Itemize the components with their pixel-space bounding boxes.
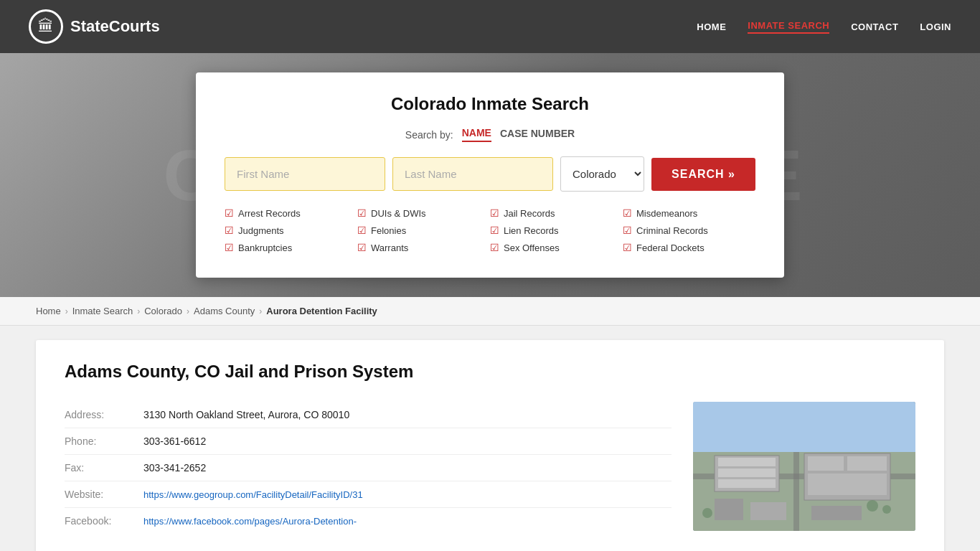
check-icon: ☑ (490, 225, 499, 236)
checklist-item: ☑ Arrest Records (225, 207, 357, 219)
check-icon: ☑ (357, 225, 367, 236)
main-nav: HOME INMATE SEARCH CONTACT LOGIN (697, 20, 951, 34)
website-link[interactable]: https://www.geogroup.com/FacilityDetail/… (143, 489, 363, 500)
hero-section: COURTHOUSE Colorado Inmate Search Search… (0, 53, 980, 297)
svg-rect-5 (718, 458, 776, 466)
checklist-item: ☑ Lien Records (490, 225, 623, 236)
svg-rect-3 (793, 452, 799, 531)
breadcrumb-inmate-search[interactable]: Inmate Search (72, 306, 133, 316)
fax-row: Fax: 303-341-2652 (65, 455, 672, 481)
breadcrumb-sep: › (259, 306, 262, 316)
checklist-label: Felonies (371, 225, 406, 236)
info-table: Address: 3130 North Oakland Street, Auro… (65, 402, 672, 534)
checklist-item: ☑ Federal Dockets (623, 242, 755, 253)
svg-rect-14 (811, 506, 862, 520)
phone-row: Phone: 303-361-6612 (65, 428, 672, 455)
tab-case-number[interactable]: CASE NUMBER (500, 128, 575, 141)
svg-rect-11 (808, 474, 887, 495)
checklist-label: Lien Records (504, 225, 559, 236)
svg-rect-0 (693, 402, 915, 452)
checklist-label: Judgments (238, 225, 284, 236)
checklist-item: ☑ Jail Records (490, 207, 623, 219)
checklist-label: Misdemeanors (636, 208, 697, 219)
first-name-input[interactable] (225, 157, 385, 191)
checklist-item: ☑ Judgments (225, 225, 357, 236)
check-icon: ☑ (357, 207, 367, 219)
state-select[interactable]: Colorado (560, 156, 644, 192)
checklist-item: ☑ Criminal Records (623, 225, 755, 236)
nav-login[interactable]: LOGIN (920, 22, 951, 32)
check-icon: ☑ (623, 242, 632, 253)
breadcrumb-sep: › (65, 306, 68, 316)
checklist-label: Jail Records (504, 208, 555, 219)
checklist-grid: ☑ Arrest Records ☑ DUIs & DWIs ☑ Jail Re… (225, 207, 755, 256)
check-icon: ☑ (225, 207, 234, 219)
website-row: Website: https://www.geogroup.com/Facili… (65, 481, 672, 508)
nav-inmate-search[interactable]: INMATE SEARCH (748, 20, 829, 34)
check-icon: ☑ (225, 242, 234, 253)
breadcrumb-sep: › (137, 306, 140, 316)
breadcrumb-colorado[interactable]: Colorado (144, 306, 182, 316)
search-by-row: Search by: NAME CASE NUMBER (225, 127, 755, 142)
check-icon: ☑ (225, 225, 234, 236)
tab-name[interactable]: NAME (462, 127, 491, 142)
checklist-label: DUIs & DWIs (371, 208, 426, 219)
checklist-label: Warrants (371, 242, 408, 253)
search-button[interactable]: SEARCH » (651, 158, 755, 191)
checklist-label: Federal Dockets (636, 242, 705, 253)
svg-point-16 (882, 505, 891, 514)
svg-rect-7 (718, 479, 776, 488)
search-by-label: Search by: (405, 129, 453, 141)
last-name-input[interactable] (392, 157, 553, 191)
svg-point-17 (702, 508, 712, 518)
content-card: Adams County, CO Jail and Prison System … (36, 340, 944, 551)
checklist-label: Bankruptcies (238, 242, 292, 253)
nav-home[interactable]: HOME (697, 22, 726, 32)
main-content: Adams County, CO Jail and Prison System … (0, 326, 980, 551)
facility-image (693, 402, 915, 531)
check-icon: ☑ (490, 242, 499, 253)
phone-label: Phone: (65, 435, 129, 447)
svg-rect-13 (750, 502, 786, 520)
checklist-label: Criminal Records (636, 225, 708, 236)
breadcrumb: Home › Inmate Search › Colorado › Adams … (0, 297, 980, 326)
check-icon: ☑ (623, 207, 632, 219)
address-value: 3130 North Oakland Street, Aurora, CO 80… (143, 409, 349, 420)
checklist-label: Sex Offenses (504, 242, 560, 253)
checklist-item: ☑ Sex Offenses (490, 242, 623, 253)
svg-rect-12 (715, 499, 743, 520)
svg-rect-6 (718, 468, 776, 477)
breadcrumb-home[interactable]: Home (36, 306, 61, 316)
fax-value: 303-341-2652 (143, 462, 206, 474)
checklist-item: ☑ Warrants (357, 242, 490, 253)
facebook-link[interactable]: https://www.facebook.com/pages/Aurora-De… (143, 516, 357, 527)
svg-rect-9 (808, 456, 844, 471)
logo-icon: 🏛 (29, 9, 63, 44)
svg-point-15 (867, 500, 878, 512)
breadcrumb-sep: › (187, 306, 189, 316)
breadcrumb-current: Aurora Detention Facility (266, 306, 377, 316)
fax-label: Fax: (65, 462, 129, 474)
search-inputs: Colorado SEARCH » (225, 156, 755, 192)
checklist-item: ☑ Bankruptcies (225, 242, 357, 253)
logo[interactable]: 🏛 StateCourts (29, 9, 160, 44)
info-layout: Address: 3130 North Oakland Street, Auro… (65, 402, 915, 534)
checklist-item: ☑ Felonies (357, 225, 490, 236)
breadcrumb-adams-county[interactable]: Adams County (194, 306, 255, 316)
facebook-label: Facebook: (65, 515, 129, 527)
header: 🏛 StateCourts HOME INMATE SEARCH CONTACT… (0, 0, 980, 53)
search-title: Colorado Inmate Search (225, 94, 755, 114)
logo-text: StateCourts (70, 17, 160, 36)
check-icon: ☑ (490, 207, 499, 219)
nav-contact[interactable]: CONTACT (851, 22, 898, 32)
checklist-item: ☑ Misdemeanors (623, 207, 755, 219)
svg-rect-10 (847, 456, 887, 471)
checklist-item: ☑ DUIs & DWIs (357, 207, 490, 219)
search-card: Colorado Inmate Search Search by: NAME C… (196, 72, 784, 278)
facility-aerial-image (693, 402, 915, 531)
facility-title: Adams County, CO Jail and Prison System (65, 362, 915, 382)
address-row: Address: 3130 North Oakland Street, Auro… (65, 402, 672, 428)
website-label: Website: (65, 489, 129, 500)
checklist-label: Arrest Records (238, 208, 301, 219)
phone-value: 303-361-6612 (143, 435, 206, 447)
